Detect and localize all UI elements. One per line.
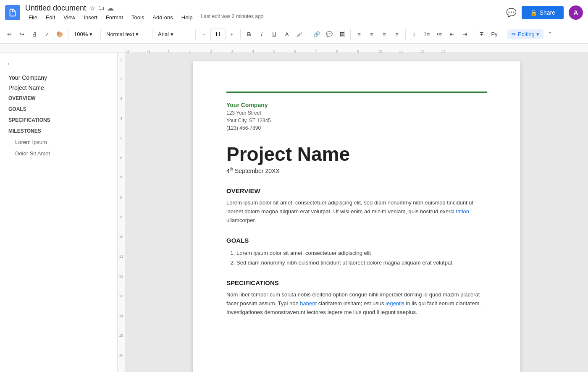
divider-4	[195, 29, 196, 39]
divider-2	[100, 29, 101, 39]
comment-button[interactable]: 💬	[323, 28, 335, 41]
align-right-button[interactable]: ≡	[378, 28, 390, 41]
goals-heading: GOALS	[226, 237, 487, 244]
image-button[interactable]: 🖼	[336, 28, 348, 41]
sidebar-item-lorem-ipsum[interactable]: Lorem Ipsum	[0, 136, 117, 148]
decrease-indent-button[interactable]: ⇤	[446, 28, 458, 41]
project-date: 4th September 20XX	[226, 167, 487, 174]
doc-title-icons: ☆ 🗂 ☁	[89, 4, 114, 12]
pencil-icon: ✏	[512, 31, 516, 37]
font-size-area: − +	[198, 28, 238, 41]
sidebar-item-dolor-sit-amet[interactable]: Dolor Sit Amet	[0, 148, 117, 159]
divider-9	[473, 29, 473, 39]
font-size-decrease-button[interactable]: −	[198, 28, 210, 41]
app-icon[interactable]	[5, 5, 20, 20]
lock-icon: 🔒	[530, 9, 537, 16]
tation-link[interactable]: tation	[456, 208, 469, 215]
sidebar-item-project-name[interactable]: Project Name	[0, 83, 117, 93]
toolbar: ↩ ↪ 🖨 ✓ 🎨 100% ▾ Normal text ▾ Arial ▾ −…	[0, 25, 588, 44]
redo-button[interactable]: ↪	[16, 28, 28, 41]
italic-button[interactable]: I	[256, 28, 268, 41]
sidebar-back-button[interactable]: ←	[0, 58, 117, 69]
divider-5	[240, 29, 241, 39]
user-avatar[interactable]: A	[569, 5, 583, 20]
chat-icon[interactable]: 💬	[506, 8, 517, 18]
menu-edit[interactable]: Edit	[42, 13, 58, 21]
expand-button[interactable]: ⌃	[544, 28, 556, 41]
sidebar-item-your-company[interactable]: Your Company	[0, 73, 117, 83]
menu-format[interactable]: Format	[102, 13, 126, 21]
sidebar: ← Your Company Project Name OVERVIEW GOA…	[0, 53, 118, 372]
overview-text[interactable]: Lorem ipsum dolor sit amet, consectetuer…	[226, 199, 487, 225]
paint-format-button[interactable]: 🎨	[54, 28, 66, 41]
align-left-button[interactable]: ≡	[353, 28, 365, 41]
divider-3	[152, 29, 152, 39]
main-layout: ← Your Company Project Name OVERVIEW GOA…	[0, 53, 588, 372]
menu-tools[interactable]: Tools	[128, 13, 147, 21]
bold-button[interactable]: B	[243, 28, 255, 41]
menu-view[interactable]: View	[60, 13, 79, 21]
editing-mode-button[interactable]: ✏ Editing ▾	[507, 29, 543, 39]
menu-addons[interactable]: Add-ons	[149, 13, 176, 21]
divider-8	[405, 29, 406, 39]
legentis-link[interactable]: legentis	[386, 300, 404, 307]
menu-file[interactable]: File	[25, 13, 41, 21]
undo-button[interactable]: ↩	[3, 28, 15, 41]
document-title[interactable]: Untitled document	[25, 4, 86, 13]
python-button[interactable]: Py	[488, 28, 500, 41]
menu-bar: File Edit View Insert Format Tools Add-o…	[25, 13, 506, 21]
divider-7	[350, 29, 351, 39]
bullet-list-button[interactable]: •≡	[433, 28, 445, 41]
font-size-input[interactable]	[210, 29, 226, 40]
underline-button[interactable]: U	[268, 28, 280, 41]
share-button[interactable]: 🔒 Share	[522, 6, 564, 19]
editing-chevron-icon: ▾	[536, 31, 539, 37]
sidebar-item-overview[interactable]: OVERVIEW	[0, 93, 117, 104]
print-button[interactable]: 🖨	[29, 28, 40, 41]
star-icon[interactable]: ☆	[89, 4, 95, 12]
text-color-button[interactable]: A	[281, 28, 293, 41]
document-area[interactable]: Your Company 123 Your Street Your City, …	[125, 53, 588, 372]
drive-icon[interactable]: 🗂	[98, 4, 105, 12]
horizontal-ruler: -2 -1 | 1 2 3 4 5 6 7 8 9 10 11 12 13	[0, 44, 588, 53]
specifications-heading: SPECIFICATIONS	[226, 279, 487, 286]
overview-heading: OVERVIEW	[226, 187, 487, 194]
zoom-select[interactable]: 100% ▾	[71, 28, 98, 41]
font-size-increase-button[interactable]: +	[226, 28, 238, 41]
highlight-button[interactable]: 🖊	[294, 28, 305, 41]
link-button[interactable]: 🔗	[311, 28, 323, 41]
page-header-line	[226, 92, 487, 93]
spellcheck-button[interactable]: ✓	[41, 28, 53, 41]
document-page[interactable]: Your Company 123 Your Street Your City, …	[193, 61, 520, 372]
project-title[interactable]: Project Name	[226, 144, 487, 165]
align-center-button[interactable]: ≡	[366, 28, 378, 41]
menu-insert[interactable]: Insert	[80, 13, 101, 21]
increase-indent-button[interactable]: ⇥	[459, 28, 470, 41]
top-bar: Untitled document ☆ 🗂 ☁ File Edit View I…	[0, 0, 588, 25]
font-chevron-icon: ▾	[171, 31, 173, 37]
divider-6	[308, 29, 308, 39]
sidebar-item-goals[interactable]: GOALS	[0, 104, 117, 115]
habent-link[interactable]: habent	[300, 300, 317, 307]
vertical-ruler: 1 2 3 4 5 6 7 8 9 10 11 12 13 14 15 16	[118, 53, 125, 372]
numbered-list-button[interactable]: 1≡	[421, 28, 433, 41]
clear-format-button[interactable]: T̶	[476, 28, 488, 41]
goals-list: Lorem ipsum dolor sit amet, consectetuer…	[236, 248, 487, 268]
specifications-text[interactable]: Nam liber tempor cum soluta nobis eleife…	[226, 291, 487, 317]
divider-10	[503, 29, 503, 39]
back-arrow-icon: ←	[7, 60, 12, 67]
line-spacing-button[interactable]: ↕	[408, 28, 420, 41]
goals-item-2[interactable]: Sed diam nonummy nibh euismod tincidunt …	[236, 258, 487, 267]
sidebar-item-milestones[interactable]: MILESTONES	[0, 126, 117, 136]
goals-item-1[interactable]: Lorem ipsum dolor sit amet, consectetuer…	[236, 248, 487, 258]
cloud-icon[interactable]: ☁	[107, 4, 114, 12]
justify-button[interactable]: ≡	[391, 28, 403, 41]
last-edit-label: Last edit was 2 minutes ago	[201, 13, 264, 21]
menu-help[interactable]: Help	[178, 13, 196, 21]
doc-title-area: Untitled document ☆ 🗂 ☁ File Edit View I…	[25, 4, 506, 21]
company-address: 123 Your Street Your City, ST 12345 (123…	[226, 109, 487, 132]
sidebar-item-specifications[interactable]: SPECIFICATIONS	[0, 115, 117, 126]
style-select[interactable]: Normal text ▾	[103, 28, 150, 41]
font-select[interactable]: Arial ▾	[155, 28, 193, 41]
style-chevron-icon: ▾	[136, 31, 139, 37]
